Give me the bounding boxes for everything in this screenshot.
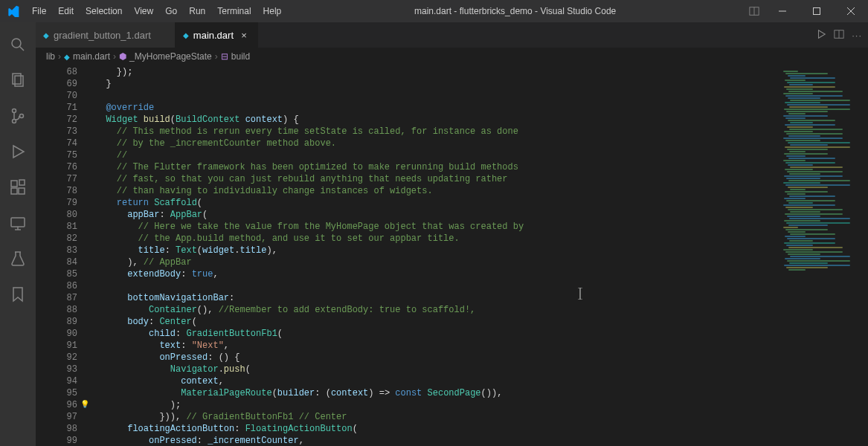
menu-selection[interactable]: Selection [80, 0, 128, 22]
svg-point-6 [12, 39, 21, 48]
dart-file-icon: ◆ [64, 53, 70, 61]
code-editor[interactable]: 6869707172737475767778798081828384858687… [36, 65, 868, 446]
svg-rect-8 [13, 74, 21, 84]
svg-rect-15 [19, 188, 25, 194]
tab-label: main.dart [193, 30, 234, 41]
minimap[interactable] [779, 65, 868, 446]
method-icon: ⊟ [221, 51, 228, 62]
svg-point-12 [20, 114, 24, 118]
chevron-right-icon: › [113, 51, 116, 62]
line-number-gutter[interactable]: 6869707172737475767778798081828384858687… [36, 65, 92, 446]
svg-rect-14 [11, 188, 17, 194]
menu-help[interactable]: Help [257, 0, 288, 22]
svg-point-11 [13, 120, 16, 123]
menu-bar: File Edit Selection View Go Run Terminal… [26, 0, 287, 22]
extensions-icon[interactable] [0, 169, 36, 205]
menu-run[interactable]: Run [183, 0, 211, 22]
menu-go[interactable]: Go [159, 0, 183, 22]
close-icon[interactable]: × [238, 30, 250, 41]
svg-line-7 [20, 47, 25, 51]
editor-tabs: ◆ gradient_button_1.dart ◆ main.dart × ·… [36, 22, 868, 48]
menu-view[interactable]: View [128, 0, 159, 22]
chevron-right-icon: › [58, 51, 61, 62]
testing-icon[interactable] [0, 241, 36, 277]
more-actions-icon[interactable]: ··· [852, 30, 862, 41]
run-action-icon[interactable] [816, 29, 826, 42]
svg-rect-3 [814, 8, 820, 15]
breadcrumb-class[interactable]: _MyHomePageState [129, 51, 212, 62]
menu-terminal[interactable]: Terminal [211, 0, 257, 22]
close-button[interactable] [834, 0, 868, 22]
menu-file[interactable]: File [26, 0, 52, 22]
vscode-logo-icon [0, 5, 26, 17]
remote-icon[interactable] [0, 205, 36, 241]
class-icon: ⬢ [119, 51, 126, 62]
breadcrumb-file[interactable]: main.dart [73, 51, 110, 62]
svg-rect-13 [11, 181, 17, 187]
bookmark-icon[interactable] [0, 277, 36, 312]
editor-area: ◆ gradient_button_1.dart ◆ main.dart × ·… [36, 22, 868, 446]
search-icon[interactable] [0, 27, 36, 62]
minimize-button[interactable] [765, 0, 800, 22]
chevron-right-icon: › [215, 51, 218, 62]
breadcrumb-method[interactable]: build [231, 51, 250, 62]
tab-main-dart[interactable]: ◆ main.dart × [176, 22, 258, 48]
svg-rect-9 [15, 76, 23, 86]
window-controls [765, 0, 868, 22]
dart-file-icon: ◆ [183, 31, 189, 39]
title-bar: File Edit Selection View Go Run Terminal… [0, 0, 868, 22]
breadcrumb-folder[interactable]: lib [46, 51, 55, 62]
svg-rect-16 [19, 180, 25, 185]
run-debug-icon[interactable] [0, 134, 36, 169]
maximize-button[interactable] [800, 0, 834, 22]
svg-rect-17 [11, 218, 25, 227]
explorer-icon[interactable] [0, 62, 36, 98]
code-content[interactable]: }); } @override Widget build(BuildContex… [92, 65, 779, 446]
tab-gradient-button[interactable]: ◆ gradient_button_1.dart [36, 22, 176, 48]
tab-label: gradient_button_1.dart [54, 30, 151, 41]
window-title: main.dart - flutterbricks_demo - Visual … [287, 6, 743, 16]
layout-toggle-icon[interactable] [743, 6, 765, 16]
activity-bar [0, 22, 36, 446]
tab-actions: ··· [810, 22, 868, 48]
menu-edit[interactable]: Edit [52, 0, 80, 22]
breadcrumb[interactable]: lib › ◆ main.dart › ⬢ _MyHomePageState ›… [36, 48, 868, 65]
split-editor-icon[interactable] [834, 29, 844, 42]
svg-point-10 [13, 109, 16, 113]
dart-file-icon: ◆ [43, 31, 49, 39]
source-control-icon[interactable] [0, 98, 36, 134]
